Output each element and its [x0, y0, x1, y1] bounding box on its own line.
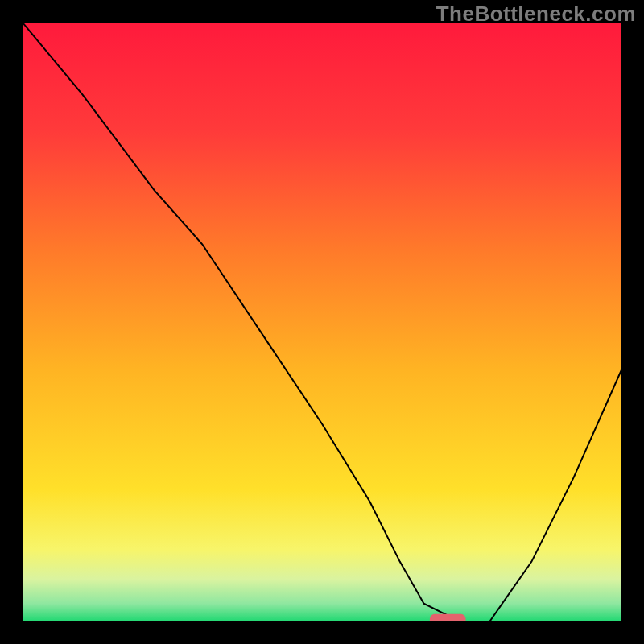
selected-point-marker: [430, 614, 466, 621]
chart-frame: TheBottleneck.com: [0, 0, 644, 644]
gradient-background: [23, 23, 621, 621]
bottleneck-plot: [23, 23, 621, 621]
plot-svg: [23, 23, 621, 621]
